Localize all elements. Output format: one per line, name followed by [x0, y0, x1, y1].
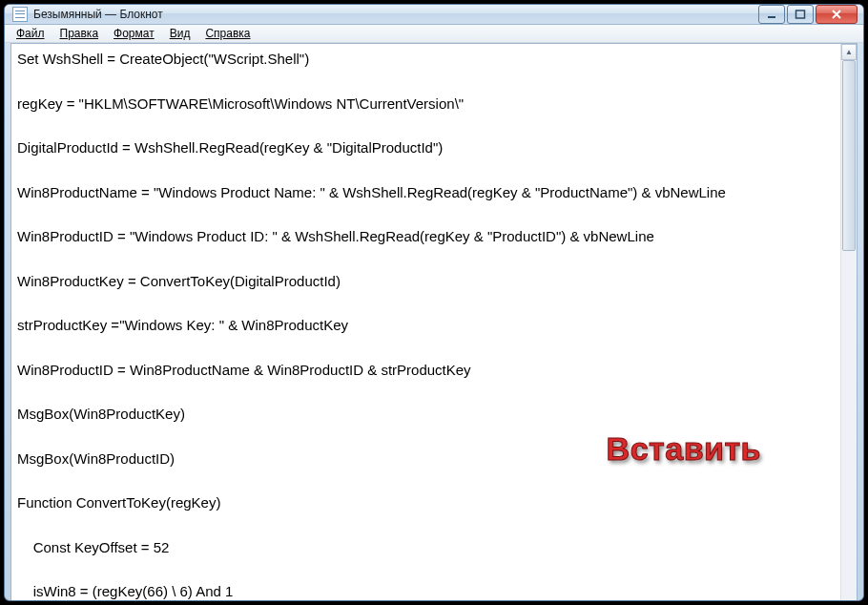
notepad-window: Безымянный — Блокнот Файл Правка Формат …	[4, 4, 864, 601]
window-controls	[758, 5, 858, 24]
menu-file[interactable]: Файл	[9, 25, 52, 42]
window-title: Безымянный — Блокнот	[33, 8, 758, 21]
minimize-button[interactable]	[758, 5, 785, 24]
close-button[interactable]	[816, 5, 858, 24]
scroll-up-button[interactable]: ▲	[841, 44, 857, 60]
menu-help[interactable]: Справка	[197, 25, 258, 42]
notepad-icon	[12, 7, 28, 22]
menu-edit[interactable]: Правка	[52, 25, 107, 42]
menu-format[interactable]: Формат	[106, 25, 162, 42]
maximize-button[interactable]	[787, 5, 814, 24]
svg-rect-0	[768, 16, 775, 18]
scroll-track[interactable]	[841, 60, 857, 601]
vertical-scrollbar[interactable]: ▲ ▼	[840, 44, 857, 601]
menubar: Файл Правка Формат Вид Справка	[5, 25, 863, 43]
titlebar[interactable]: Безымянный — Блокнот	[5, 5, 863, 25]
text-editor[interactable]: Set WshShell = CreateObject("WScript.She…	[11, 44, 840, 601]
svg-rect-1	[796, 10, 805, 18]
scroll-thumb[interactable]	[842, 60, 856, 251]
client-area: Set WshShell = CreateObject("WScript.She…	[10, 43, 858, 601]
menu-view[interactable]: Вид	[162, 25, 198, 42]
